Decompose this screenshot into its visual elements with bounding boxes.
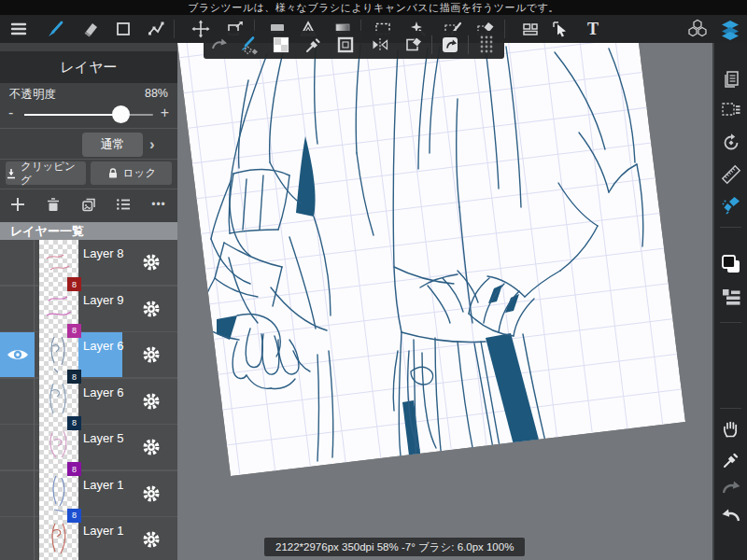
layer-name: Layer 1 xyxy=(83,524,132,539)
brush-tool-button[interactable] xyxy=(43,17,69,41)
hand-pan-tool-button[interactable] xyxy=(714,416,747,442)
layer-settings-gear-icon[interactable] xyxy=(140,298,162,320)
hamburger-icon xyxy=(8,19,29,39)
canvas-area[interactable] xyxy=(177,43,712,560)
opacity-plus-button[interactable]: + xyxy=(161,105,169,121)
layer-list: Layer 8 Layer 9 Layer 6 Layer 6 Layer xyxy=(0,240,177,560)
layer-thumbnail[interactable] xyxy=(39,287,78,329)
toolbar-divider xyxy=(174,20,175,38)
delete-layer-button[interactable] xyxy=(41,193,65,216)
lock-button[interactable]: ロック xyxy=(91,161,172,185)
panel-layout-button[interactable] xyxy=(517,17,543,41)
layer-row[interactable]: Layer 8 xyxy=(0,240,177,285)
ellipsis-icon: ••• xyxy=(151,198,166,211)
quick-redo-button[interactable] xyxy=(207,34,232,56)
layer-thumbnail[interactable] xyxy=(39,380,78,421)
eyedropper-tool-button[interactable] xyxy=(714,447,747,473)
layer-list-options-button[interactable] xyxy=(111,193,135,216)
eye-column-divider xyxy=(34,240,35,560)
color-swatches-button[interactable] xyxy=(714,251,747,277)
text-tool-icon: T xyxy=(587,20,599,39)
layer-visibility-toggle[interactable] xyxy=(0,332,35,377)
chevron-right-icon[interactable]: › xyxy=(149,133,155,157)
layer-settings-gear-icon[interactable] xyxy=(140,528,162,551)
layer-quick-panel-button[interactable] xyxy=(714,284,747,310)
quickbar-drag-handle[interactable] xyxy=(474,34,499,56)
layer-settings-gear-icon[interactable] xyxy=(140,343,162,366)
pages-panel-button[interactable] xyxy=(714,66,747,92)
quick-selection-border-button[interactable] xyxy=(333,34,358,56)
slider-track[interactable] xyxy=(24,114,153,116)
layer-row[interactable]: Layer 5 xyxy=(0,425,177,469)
quick-reset-rotation-button[interactable] xyxy=(438,34,462,56)
redo-arrow-icon xyxy=(720,477,742,499)
selection-list-icon xyxy=(720,99,742,121)
quick-clear-button[interactable] xyxy=(402,34,426,56)
panels-icon xyxy=(520,19,541,39)
document-pages-icon xyxy=(720,68,742,91)
layer-thumbnail[interactable] xyxy=(39,472,78,513)
eraser-tool-button[interactable] xyxy=(78,17,104,41)
layers-panel-toggle-button[interactable] xyxy=(717,17,743,41)
layer-row[interactable]: Layer 6 xyxy=(0,379,177,424)
ruler-button[interactable] xyxy=(714,161,747,188)
rotate-canvas-button[interactable] xyxy=(714,130,747,156)
layer-thumbnail[interactable] xyxy=(39,333,78,374)
layer-row[interactable]: Layer 1 xyxy=(0,517,177,560)
layer-color-badge: 8 xyxy=(67,277,81,291)
text-tool-button[interactable]: T xyxy=(580,17,606,41)
reset-view-icon xyxy=(440,35,460,55)
layer-settings-gear-icon[interactable] xyxy=(140,483,162,505)
layer-thumbnail[interactable] xyxy=(39,518,78,559)
add-layer-button[interactable] xyxy=(6,193,30,216)
foreground-background-colors-icon xyxy=(720,253,742,275)
quick-brush-snap-button[interactable] xyxy=(237,34,261,56)
opacity-minus-button[interactable]: - xyxy=(8,105,13,121)
status-text: 2122*2976px 350dpi 58% -7° ブラシ: 6.0px 10… xyxy=(275,540,514,554)
paint-app-window: ブラシツールは、様々なブラシによりキャンバスに描画を行うツールです。 xyxy=(0,0,747,560)
shape-brush-tool-button[interactable] xyxy=(110,17,136,41)
layer-settings-gear-icon[interactable] xyxy=(140,251,162,273)
quick-flip-horizontal-button[interactable] xyxy=(368,34,392,56)
layer-settings-gear-icon[interactable] xyxy=(140,390,162,413)
material-cubes-button[interactable] xyxy=(684,17,711,41)
polyline-icon xyxy=(146,19,166,39)
status-bar: 2122*2976px 350dpi 58% -7° ブラシ: 6.0px 10… xyxy=(264,538,525,556)
layer-name: Layer 1 xyxy=(83,478,132,493)
right-sidebar xyxy=(712,43,747,560)
list-icon xyxy=(114,195,133,214)
redo-button[interactable] xyxy=(714,475,747,501)
plus-icon xyxy=(8,195,27,214)
opacity-slider[interactable]: - + xyxy=(0,103,177,127)
layer-row[interactable]: Layer 9 xyxy=(0,287,177,331)
polyline-tool-button[interactable] xyxy=(143,17,169,41)
layer-thumbnail[interactable] xyxy=(39,426,78,467)
layer-color-badge: 8 xyxy=(67,416,81,430)
layer-row[interactable]: Layer 1 xyxy=(0,471,177,516)
brush-icon xyxy=(46,19,66,39)
clipping-button[interactable]: クリッピング xyxy=(6,161,86,185)
quick-transparent-color-button[interactable] xyxy=(269,34,293,56)
layers-panel-title: レイヤー xyxy=(0,51,177,83)
duplicate-layer-button[interactable] xyxy=(77,193,101,216)
slider-knob[interactable] xyxy=(112,105,130,123)
bordered-square-icon xyxy=(335,35,356,55)
undo-button[interactable] xyxy=(714,503,747,529)
hand-icon xyxy=(720,418,742,441)
panel-divider xyxy=(0,128,177,129)
transparent-swatch-icon xyxy=(271,35,291,55)
slider-fill xyxy=(24,114,121,116)
select-options-button[interactable] xyxy=(714,97,747,123)
blend-mode-button[interactable]: 通常 xyxy=(82,133,143,157)
airbrush-tool-button[interactable] xyxy=(714,192,747,218)
more-options-button[interactable]: ••• xyxy=(147,193,171,216)
menu-button[interactable] xyxy=(6,17,32,41)
select-cursor-button[interactable] xyxy=(547,17,573,41)
quick-toolbar xyxy=(204,31,504,59)
ruler-icon xyxy=(720,163,742,186)
layer-settings-gear-icon[interactable] xyxy=(140,436,162,458)
layer-row-selected[interactable]: Layer 6 xyxy=(0,332,177,377)
quick-eyedropper-button[interactable] xyxy=(301,34,325,56)
layer-color-badge: 8 xyxy=(67,462,81,476)
opacity-value: 88% xyxy=(145,87,168,100)
